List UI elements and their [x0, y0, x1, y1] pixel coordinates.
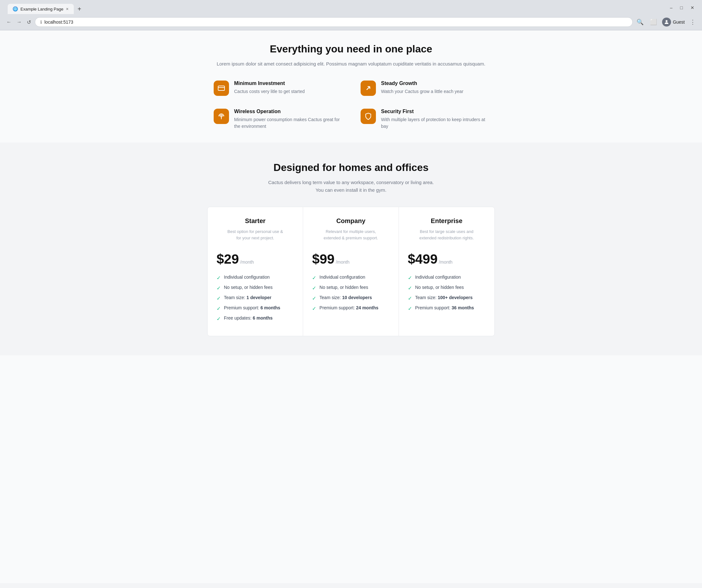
feature-security-first-title: Security First [381, 109, 488, 114]
check-icon: ✓ [408, 275, 412, 281]
feature-text: No setup, or hidden fees [319, 285, 368, 290]
address-text: localhost:5173 [44, 19, 73, 25]
list-item: ✓ Premium support: 24 months [312, 305, 389, 312]
list-item: ✓ No setup, or hidden fees [408, 285, 485, 291]
profile-label: Guest [673, 19, 685, 25]
pricing-title: Designed for homes and offices [6, 162, 696, 174]
list-item: ✓ Premium support: 36 months [408, 305, 485, 312]
pricing-subtitle: Cactus delivers long term value to any w… [6, 179, 696, 194]
list-item: ✓ No setup, or hidden fees [312, 285, 389, 291]
search-button[interactable]: 🔍 [635, 17, 645, 27]
wireless-operation-icon [214, 109, 229, 124]
feature-text: No setup, or hidden fees [415, 285, 464, 290]
bold-value: 1 developer [247, 295, 271, 300]
check-icon: ✓ [312, 295, 316, 301]
list-item: ✓ Team size: 100+ developers [408, 295, 485, 301]
feature-security-first-desc: With multiple layers of protection to ke… [381, 116, 488, 130]
pricing-card-company: Company Relevant for multiple users, ext… [303, 207, 398, 336]
feature-minimum-investment-desc: Cactus costs very litle to get started [234, 88, 305, 95]
starter-title: Starter [217, 217, 294, 225]
tab-title: Example Landing Page [20, 7, 63, 11]
starter-desc: Best option for personal use & for your … [217, 228, 294, 244]
reload-button[interactable]: ↺ [25, 18, 32, 26]
bold-value: 6 months [253, 315, 272, 320]
avatar [662, 18, 671, 26]
feature-steady-growth-text: Steady Growth Watch your Cactus grow a l… [381, 81, 463, 95]
feature-text: Free updates: 6 months [224, 315, 273, 320]
check-icon: ✓ [408, 295, 412, 301]
feature-text: Team size: 100+ developers [415, 295, 473, 300]
feature-security-first-text: Security First With multiple layers of p… [381, 109, 488, 130]
enterprise-features: ✓ Individual configuration ✓ No setup, o… [408, 275, 485, 312]
company-amount: $99 [312, 252, 334, 267]
company-features: ✓ Individual configuration ✓ No setup, o… [312, 275, 389, 312]
features-subtitle: Lorem ipsum dolor sit amet consect adipi… [214, 60, 488, 68]
feature-steady-growth: Steady Growth Watch your Cactus grow a l… [361, 81, 488, 96]
minimum-investment-icon [214, 81, 229, 96]
feature-text: Premium support: 24 months [319, 305, 378, 310]
menu-button[interactable]: ⋮ [689, 17, 697, 27]
svg-rect-1 [218, 86, 225, 90]
feature-wireless-operation-desc: Minimum power consumption makes Cactus g… [234, 116, 341, 130]
tab-close-button[interactable]: × [66, 6, 68, 11]
company-desc: Relevant for multiple users, extended & … [312, 228, 389, 244]
company-price: $99 /month [312, 252, 389, 267]
feature-text: Premium support: 6 months [224, 305, 280, 310]
list-item: ✓ Individual configuration [312, 275, 389, 281]
feature-steady-growth-desc: Watch your Cactus grow a little each yea… [381, 88, 463, 95]
feature-wireless-operation: Wireless Operation Minimum power consump… [214, 109, 341, 130]
check-icon: ✓ [408, 305, 412, 312]
starter-features: ✓ Individual configuration ✓ No setup, o… [217, 275, 294, 322]
feature-minimum-investment-text: Minimum Investment Cactus costs very lit… [234, 81, 305, 95]
feature-minimum-investment-title: Minimum Investment [234, 81, 305, 86]
feature-steady-growth-title: Steady Growth [381, 81, 463, 86]
check-icon: ✓ [312, 285, 316, 291]
new-tab-button[interactable]: + [75, 4, 84, 14]
list-item: ✓ Individual configuration [217, 275, 294, 281]
feature-text: Team size: 1 developer [224, 295, 271, 300]
enterprise-title: Enterprise [408, 217, 485, 225]
check-icon: ✓ [217, 316, 221, 322]
feature-text: Team size: 10 developers [319, 295, 372, 300]
list-item: ✓ Free updates: 6 months [217, 315, 294, 322]
list-item: ✓ Team size: 10 developers [312, 295, 389, 301]
feature-text: Individual configuration [224, 275, 269, 280]
starter-price: $29 /month [217, 252, 294, 267]
browser-chrome: 🌐 Example Landing Page × + – □ ✕ ← → ↺ ℹ… [0, 0, 702, 30]
bold-value: 10 developers [342, 295, 372, 300]
forward-button[interactable]: → [15, 18, 23, 26]
feature-text: Individual configuration [415, 275, 461, 280]
page-content: Everything you need in one place Lorem i… [0, 30, 702, 583]
features-section: Everything you need in one place Lorem i… [207, 30, 495, 142]
window-close-button[interactable]: ✕ [688, 4, 697, 11]
feature-text: Individual configuration [319, 275, 365, 280]
profile-button[interactable]: Guest [662, 18, 685, 26]
split-button[interactable]: ⬜ [649, 17, 658, 27]
steady-growth-icon [361, 81, 376, 96]
starter-amount: $29 [217, 252, 239, 267]
bold-value: 36 months [452, 305, 474, 310]
feature-text: No setup, or hidden fees [224, 285, 273, 290]
address-input[interactable]: ℹ localhost:5173 [35, 17, 633, 27]
list-item: ✓ No setup, or hidden fees [217, 285, 294, 291]
window-maximize-button[interactable]: □ [678, 4, 685, 11]
info-icon: ℹ [40, 19, 42, 25]
starter-period: /month [240, 260, 254, 265]
pricing-card-enterprise: Enterprise Best for large scale uses and… [399, 207, 494, 336]
window-controls: – □ ✕ [668, 4, 697, 11]
security-first-icon [361, 109, 376, 124]
pricing-card-starter: Starter Best option for personal use & f… [208, 207, 303, 336]
check-icon: ✓ [217, 305, 221, 312]
list-item: ✓ Premium support: 6 months [217, 305, 294, 312]
check-icon: ✓ [217, 295, 221, 301]
address-bar: ← → ↺ ℹ localhost:5173 🔍 ⬜ Guest ⋮ [0, 15, 702, 30]
enterprise-amount: $499 [408, 252, 438, 267]
window-minimize-button[interactable]: – [668, 4, 675, 11]
pricing-grid: Starter Best option for personal use & f… [207, 207, 495, 336]
bold-value: 24 months [356, 305, 378, 310]
features-grid: Minimum Investment Cactus costs very lit… [214, 81, 488, 130]
pricing-section: Designed for homes and offices Cactus de… [0, 142, 702, 355]
back-button[interactable]: ← [5, 18, 13, 26]
check-icon: ✓ [312, 275, 316, 281]
check-icon: ✓ [312, 305, 316, 312]
